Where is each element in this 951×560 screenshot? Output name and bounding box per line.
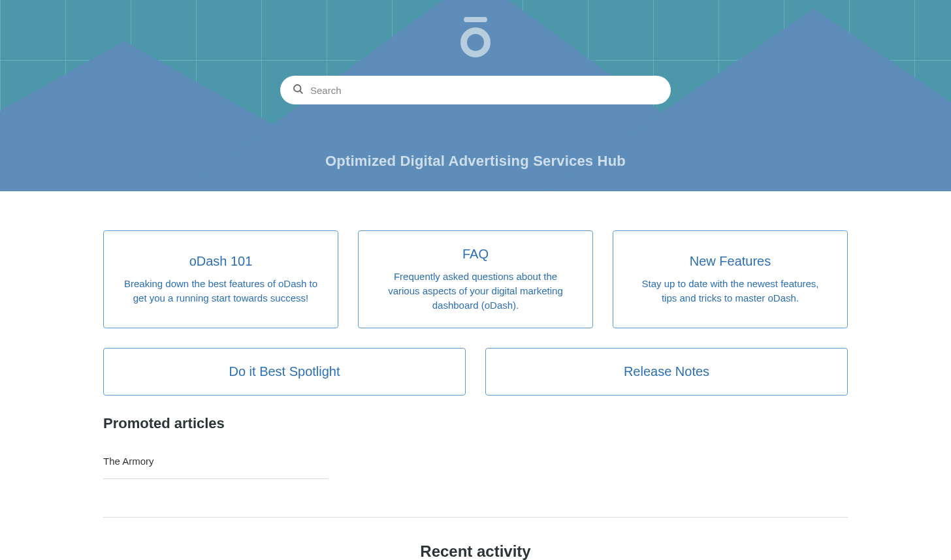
card-title: oDash 101 (123, 254, 318, 269)
card-faq[interactable]: FAQ Frequently asked questions about the… (358, 230, 593, 328)
section-divider (103, 517, 848, 518)
search-icon (292, 83, 304, 97)
odash-logo-icon (460, 17, 491, 57)
main-content: oDash 101 Breaking down the best feature… (103, 191, 848, 560)
card-desc: Frequently asked questions about the var… (378, 270, 573, 312)
category-cards-row-2: Do it Best Spotlight Release Notes (103, 348, 848, 396)
promoted-articles-list: The Armory (103, 453, 328, 479)
search-bar[interactable] (280, 76, 671, 104)
card-new-features[interactable]: New Features Stay up to date with the ne… (613, 230, 848, 328)
card-release-notes[interactable]: Release Notes (485, 348, 848, 396)
card-desc: Breaking down the best features of oDash… (123, 277, 318, 305)
card-do-it-best-spotlight[interactable]: Do it Best Spotlight (103, 348, 466, 396)
card-title: Do it Best Spotlight (123, 364, 445, 379)
promoted-article-link[interactable]: The Armory (103, 453, 328, 479)
search-input[interactable] (310, 85, 659, 96)
card-odash-101[interactable]: oDash 101 Breaking down the best feature… (103, 230, 338, 328)
hero-tagline: Optimized Digital Advertising Services H… (325, 153, 626, 170)
card-title: FAQ (378, 247, 573, 262)
svg-line-4 (300, 91, 302, 93)
recent-activity-heading: Recent activity (103, 542, 848, 560)
promoted-articles-heading: Promoted articles (103, 415, 848, 432)
category-cards-row-1: oDash 101 Breaking down the best feature… (103, 230, 848, 328)
card-title: New Features (633, 254, 828, 269)
hero-banner: Optimized Digital Advertising Services H… (0, 0, 951, 191)
card-title: Release Notes (506, 364, 828, 379)
card-desc: Stay up to date with the newest features… (633, 277, 828, 305)
